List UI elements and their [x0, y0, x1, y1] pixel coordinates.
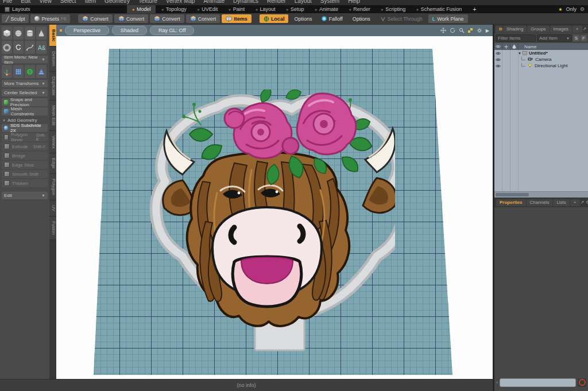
layout-tab-paint[interactable]: ★Paint [223, 5, 250, 13]
sculpt-button[interactable]: ╱Sculpt [2, 14, 29, 23]
item-row-camera[interactable]: Camera [494, 56, 588, 63]
tab-groups[interactable]: Groups [527, 26, 549, 33]
tab-lists[interactable]: Lists [553, 199, 569, 206]
torus-primitive-button[interactable] [2, 41, 12, 54]
tool-smooth-shift[interactable]: Smooth Shift [2, 170, 48, 178]
menu-geometry[interactable]: Geometry [105, 0, 130, 4]
add-properties-tab-button[interactable]: + [570, 199, 580, 206]
subdivided-sphere-button[interactable] [25, 65, 35, 78]
mesh-constraints-button[interactable]: Mesh Constraints [2, 107, 48, 115]
zoom-icon[interactable] [459, 28, 465, 33]
view-layout-icon[interactable] [468, 28, 473, 33]
viewport-gear-icon[interactable] [477, 28, 482, 33]
tool-tab-fusion[interactable]: Fusion [49, 216, 56, 240]
tool-tab-uv[interactable]: UV [49, 200, 56, 216]
options-button-2[interactable]: Options [349, 14, 374, 23]
edit-dropdown[interactable]: Edit▼ [2, 192, 48, 199]
sphere-primitive-button[interactable] [13, 26, 24, 40]
pyramid-button[interactable] [36, 65, 47, 78]
presets-button[interactable]: PresetsF6 [30, 14, 70, 23]
add-item-dropdown[interactable]: Add Item▼ [537, 34, 572, 42]
filter-mini-button[interactable]: F [581, 35, 587, 41]
cylinder-primitive-button[interactable] [25, 26, 35, 40]
convert-button-2[interactable]: Convert [114, 14, 149, 23]
menu-file[interactable]: File [3, 0, 12, 4]
tool-tab-deform[interactable]: Deform [49, 47, 56, 71]
menu-layout[interactable]: Layout [295, 0, 312, 4]
options-button-1[interactable]: Options [290, 14, 316, 23]
tab-properties[interactable]: Properties [496, 199, 526, 206]
menu-dynamics[interactable]: Dynamics [233, 0, 258, 4]
layout-tab-render[interactable]: ★Render [343, 5, 376, 13]
panel-expand-icon[interactable]: ↗ [583, 26, 587, 32]
layout-tab-model[interactable]: ★Model [127, 5, 156, 13]
panel-gear-icon[interactable]: ⚙ [586, 200, 588, 205]
item-list[interactable]: ▼ Untitled* Camera Directional Light [494, 50, 588, 191]
convert-button-3[interactable]: Convert [150, 14, 184, 23]
tool-sds-subdivide[interactable]: SDS Subdivide 2X [2, 124, 48, 132]
layout-tab-uvedit[interactable]: ★UVEdit [192, 5, 223, 13]
only-toggle[interactable]: Only [566, 6, 577, 12]
panel-expand-icon[interactable]: ↗ [581, 200, 585, 205]
scrollbar-thumb[interactable] [496, 193, 529, 196]
convert-button-1[interactable]: Convert [78, 14, 113, 23]
add-layout-tab-button[interactable]: + [467, 5, 482, 13]
tab-images[interactable]: Images [550, 26, 572, 33]
tool-tab-polygon[interactable]: Polygon [49, 174, 56, 200]
select-through-button[interactable]: Select Through [376, 14, 427, 23]
menu-item[interactable]: Item [85, 0, 96, 4]
command-history-button[interactable] [578, 378, 586, 387]
orbit-icon[interactable] [450, 28, 455, 33]
tool-edge-slice[interactable]: Edge Slice [2, 161, 48, 169]
item-row-directional-light[interactable]: Directional Light [494, 63, 588, 69]
tool-extrude[interactable]: ExtrudeShift-X [2, 142, 48, 150]
solo-mini-button[interactable]: S [573, 35, 579, 41]
tool-polygon-bevel[interactable]: Polygon BevelShift-B [2, 133, 48, 141]
spiral-curve-button[interactable] [13, 41, 24, 54]
tool-tab-duplicate[interactable]: Duplicate [49, 72, 56, 100]
grid-cube-button[interactable] [13, 65, 24, 78]
falloff-button[interactable]: Falloff [318, 14, 346, 23]
tab-shading[interactable]: Shading [503, 26, 527, 33]
disclosure-triangle-icon[interactable]: ▼ [518, 52, 521, 55]
layout-tab-animate[interactable]: ★Animate [310, 5, 343, 13]
menu-edit[interactable]: Edit [21, 0, 30, 4]
curve-tool-button[interactable] [25, 41, 35, 54]
menu-texture[interactable]: Texture [138, 0, 157, 4]
tool-thicken[interactable]: Thicken [2, 179, 48, 187]
filter-items-input[interactable]: Filter Items [496, 34, 536, 42]
layout-tab-topology[interactable]: ★Topology [156, 5, 191, 13]
cone-primitive-button[interactable] [36, 26, 47, 40]
cookie-cutter-scene[interactable] [148, 90, 395, 359]
eye-icon[interactable] [494, 58, 502, 61]
cube-primitive-button[interactable] [2, 26, 12, 40]
viewport-3d[interactable]: Perspective Shaded Ray GL: Off ▶ [56, 25, 493, 380]
viewport-canvas[interactable] [56, 36, 493, 380]
text-tool-button[interactable]: A& [36, 41, 47, 54]
add-panel-tab-button[interactable]: + [572, 26, 582, 33]
eye-icon[interactable] [494, 64, 502, 68]
tab-item-list[interactable]: Item List [496, 26, 502, 33]
tool-tab-basic[interactable]: Basic [49, 25, 56, 47]
viewport-tab-perspective[interactable]: Perspective [65, 26, 109, 35]
menu-help[interactable]: Help [348, 0, 360, 4]
menu-vertex-map[interactable]: Vertex Map [166, 0, 195, 4]
menu-select[interactable]: Select [60, 0, 76, 4]
menu-system[interactable]: System [320, 0, 339, 4]
layout-tab-scripting[interactable]: ★Scripting [376, 5, 411, 13]
local-axis-button[interactable]: Local [260, 14, 289, 23]
layout-tab-schematic-fusion[interactable]: ★Schematic Fusion [411, 5, 467, 13]
gear-icon[interactable]: ⚙ [580, 6, 585, 12]
work-plane-button[interactable]: LWork Plane [428, 14, 468, 23]
tool-bridge[interactable]: Bridge [2, 152, 48, 160]
menu-view[interactable]: View [39, 0, 52, 4]
tool-tab-edge[interactable]: Edge [49, 153, 56, 174]
item-list-scrollbar[interactable] [494, 191, 588, 198]
gizmo-tool-button[interactable] [2, 65, 12, 78]
convert-button-4[interactable]: Convert [186, 14, 220, 23]
items-mode-button[interactable]: Items [222, 14, 252, 23]
eye-icon[interactable] [494, 52, 502, 55]
expand-arrow-icon[interactable]: ▶ [486, 28, 489, 33]
tab-channels[interactable]: Channels [527, 199, 553, 206]
layout-tab-layout[interactable]: ★Layout [250, 5, 280, 13]
